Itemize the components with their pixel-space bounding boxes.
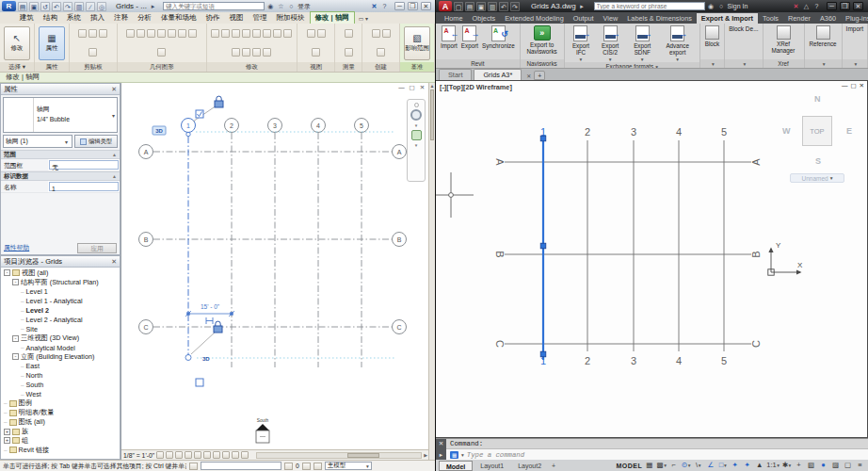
ribbon-tool-icon[interactable] xyxy=(88,48,97,57)
search-icon[interactable]: ◉ xyxy=(707,3,715,10)
viewcube-south[interactable]: S xyxy=(815,156,821,166)
exchange-apps-icon[interactable]: ✕ xyxy=(792,3,800,10)
vertical-grid-lines[interactable] xyxy=(587,140,724,351)
title-expand-icon[interactable]: ▸ xyxy=(149,3,157,10)
tab-options-icon[interactable]: ▭ ▾ xyxy=(355,15,372,24)
acad-panel-collapsed-block-def[interactable]: Block De... xyxy=(725,24,762,32)
acad-panel-collapsed-import[interactable]: Import xyxy=(843,24,867,32)
vertical-grid-lines[interactable] xyxy=(232,133,362,367)
revit-tab-7[interactable]: 体量和场地 xyxy=(156,12,201,24)
end-visibility-checkbox[interactable] xyxy=(196,379,203,386)
ribbon-tool-icon[interactable] xyxy=(211,29,219,38)
user-icon[interactable]: ○ xyxy=(287,3,296,9)
acad-panel-title-block-def[interactable]: ▾ xyxy=(725,59,762,68)
wheel-caret-icon[interactable]: ▾ xyxy=(415,122,418,128)
render-icon[interactable] xyxy=(194,451,201,459)
acad-panel-title-import[interactable]: ▾ xyxy=(843,59,867,68)
ribbon-tool-icon[interactable] xyxy=(252,48,261,57)
tree-item-2[interactable]: -结构平面 (Structural Plan) xyxy=(1,278,120,287)
horizontal-grid-lines[interactable] xyxy=(505,162,751,344)
end-visibility-checkbox[interactable] xyxy=(196,110,203,118)
file-tab-start[interactable]: Start xyxy=(439,69,472,80)
acad-panel-title-block[interactable]: ▾ xyxy=(700,59,724,68)
acad-panel-title-reference[interactable]: ▾ xyxy=(805,59,842,68)
command-input[interactable]: Type a command xyxy=(467,451,524,459)
ribbon-tool-icon[interactable] xyxy=(126,29,135,38)
layout-tab-model[interactable]: Model xyxy=(439,461,473,471)
tree-item-10[interactable]: -立面 (Building Elevation) xyxy=(1,352,120,362)
project-browser-header[interactable]: 项目浏览器 - Grids ✕ xyxy=(1,256,120,268)
clean-screen-icon[interactable]: ▢ xyxy=(843,461,853,470)
save-icon[interactable]: ▣ xyxy=(476,2,486,11)
ribbon-tool-icon[interactable] xyxy=(372,29,380,38)
acad-tab-6[interactable]: Labels & Dimensions xyxy=(622,13,697,24)
tree-item-5[interactable]: ─Level 2 xyxy=(1,306,120,316)
ribbon-tool-icon[interactable] xyxy=(273,29,281,38)
tree-item-14[interactable]: ─West xyxy=(1,390,120,399)
ribbon-panel-title-modify[interactable]: 修改 xyxy=(207,62,297,72)
export-ifc-button[interactable]: →Export IFC▾ xyxy=(570,25,593,62)
restore-button[interactable]: ❒ xyxy=(840,2,850,10)
zoom-icon[interactable] xyxy=(411,130,422,140)
tree-item-7[interactable]: ─Site xyxy=(1,324,120,333)
ortho-mode-icon[interactable]: ⌐ xyxy=(668,461,679,470)
tree-item-12[interactable]: ─North xyxy=(1,371,120,381)
ribbon-tool-icon[interactable] xyxy=(157,29,166,38)
qnew-icon[interactable]: ▢ xyxy=(454,2,463,11)
ribbon-panel-title-clipboard[interactable]: 剪贴板 xyxy=(70,62,117,72)
model-space-label[interactable]: MODEL xyxy=(616,463,642,469)
title-caret-icon[interactable]: ▸ xyxy=(578,3,587,10)
revit-tab-2[interactable]: 结构 xyxy=(39,12,62,24)
ribbon-button-datum[interactable]: ▧影响范围 xyxy=(404,26,430,60)
view-scale[interactable]: 1/8" = 1'-0" xyxy=(123,452,154,459)
vertical-scrollbar-thumb[interactable] xyxy=(430,89,434,140)
navbar-options-icon[interactable] xyxy=(414,103,419,107)
revit-tab-5[interactable]: 注释 xyxy=(109,12,133,24)
ribbon-panel-title-geometry[interactable]: 几何图形 xyxy=(118,62,206,72)
ribbon-tool-icon[interactable] xyxy=(317,29,326,38)
ribbon-tool-icon[interactable] xyxy=(242,48,250,57)
revit-tab-3[interactable]: 系统 xyxy=(62,12,86,24)
revit-search-box[interactable] xyxy=(163,2,265,10)
tree-expander-icon[interactable]: - xyxy=(4,269,10,276)
command-history[interactable]: Command: xyxy=(436,439,868,449)
acad-panel-title-navisworks[interactable]: Navisworks xyxy=(521,59,564,68)
ribbon-tool-icon[interactable] xyxy=(78,29,87,38)
elevation-marker[interactable]: South xyxy=(256,418,269,443)
horizontal-grid-lines[interactable] xyxy=(153,152,392,327)
ribbon-panel-title-measure[interactable]: 测量 xyxy=(335,62,362,72)
graphics-performance-icon[interactable]: ▨ xyxy=(830,461,841,470)
tree-expander-icon[interactable]: - xyxy=(12,279,19,285)
undo-icon[interactable]: ↶ xyxy=(52,2,61,11)
ribbon-tool-icon[interactable] xyxy=(88,29,97,38)
tree-item-4[interactable]: ─Level 1 - Analytical xyxy=(1,297,120,306)
section-extents[interactable]: 范围 ▲ xyxy=(1,150,120,159)
acad-panel-title-revit[interactable]: Revit xyxy=(436,59,520,68)
tree-item-16[interactable]: ─明细表/数量 xyxy=(1,408,120,417)
scroll-right-icon[interactable]: ▶ xyxy=(424,452,427,458)
viewcube-east[interactable]: E xyxy=(846,126,852,136)
ribbon-tool-icon[interactable] xyxy=(168,29,176,38)
sun-path-icon[interactable] xyxy=(175,451,183,459)
element-filter-dropdown[interactable]: 轴网 (1) ▾ xyxy=(3,135,72,148)
ribbon-tool-icon[interactable] xyxy=(345,48,353,57)
redo-icon[interactable]: ↷ xyxy=(63,2,72,11)
ribbon-tool-icon[interactable] xyxy=(137,29,145,38)
ribbon-panel-title-select[interactable]: 选择 ▾ xyxy=(0,62,34,72)
reference-button[interactable]: Reference xyxy=(810,25,837,47)
ribbon-tool-icon[interactable] xyxy=(232,29,240,38)
isodraft-icon[interactable]: \ ▾ xyxy=(693,461,703,470)
acad-tab-7[interactable]: Export & Import xyxy=(697,13,758,24)
block-button[interactable]: Block xyxy=(705,25,719,47)
workspace-switching-icon[interactable]: ✱ ▾ xyxy=(781,461,792,470)
lock-icon[interactable] xyxy=(215,96,223,107)
edit-type-button[interactable]: 编辑类型 xyxy=(74,135,118,148)
horizontal-scrollbar[interactable] xyxy=(256,452,422,459)
navisworks-button[interactable]: »Export to Navisworks xyxy=(525,25,559,55)
revit-tab-11[interactable]: 附加模块 xyxy=(272,12,310,24)
command-input-row[interactable]: ▦ ▾ Type a command xyxy=(436,449,868,460)
polar-tracking-icon[interactable]: ⊙ ▾ xyxy=(681,461,691,470)
properties-close-icon[interactable]: ✕ xyxy=(111,86,117,93)
properties-header[interactable]: 属性 ✕ xyxy=(1,84,120,95)
new-layout-button[interactable]: + xyxy=(550,463,557,469)
